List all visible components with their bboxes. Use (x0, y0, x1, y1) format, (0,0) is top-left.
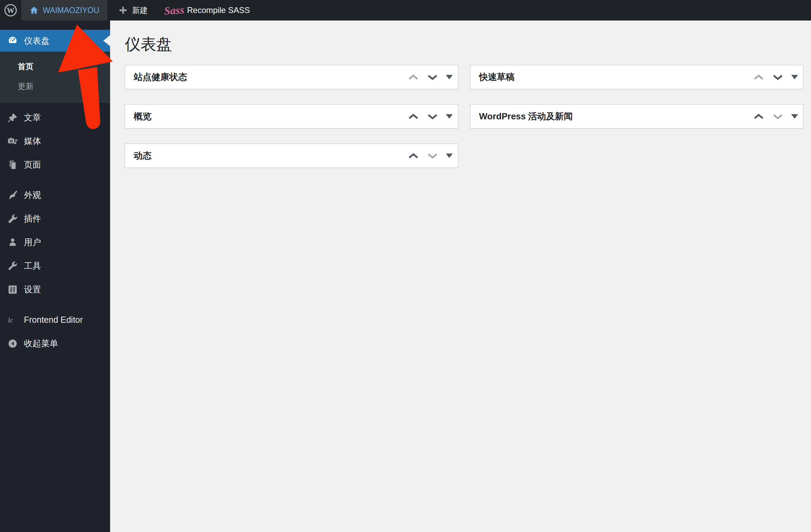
sidebar-item-frontend-editor[interactable]: lc Frontend Editor (0, 308, 110, 332)
triangle-down-icon (446, 154, 453, 158)
pin-icon (8, 112, 18, 123)
widget-activity: 动态 (125, 144, 458, 168)
menu-separator (0, 301, 110, 308)
move-down-button[interactable] (425, 74, 440, 80)
sidebar-item-label: 设置 (24, 284, 41, 295)
widget-title: WordPress 活动及新闻 (479, 110, 751, 122)
widget-site-health: 站点健康状态 (125, 65, 458, 89)
submenu-item-home[interactable]: 首页 (0, 56, 110, 76)
brush-icon (8, 190, 18, 200)
triangle-down-icon (446, 75, 453, 79)
toggle-panel-button[interactable] (789, 75, 800, 80)
sidebar-item-plugins[interactable]: 插件 (0, 207, 110, 230)
new-button-label: 新建 (132, 5, 148, 16)
home-icon (29, 6, 39, 15)
pages-icon (8, 160, 18, 170)
dashboard-content: 仪表盘 站点健康状态 快速草稿 (110, 21, 811, 532)
sidebar-item-dashboard[interactable]: 仪表盘 (0, 30, 110, 52)
sidebar-item-pages[interactable]: 页面 (0, 153, 110, 176)
widget-title: 站点健康状态 (134, 71, 406, 83)
move-up-button[interactable] (406, 114, 421, 120)
move-up-button[interactable] (406, 74, 421, 80)
settings-sliders-icon (8, 284, 18, 295)
sidebar-item-media[interactable]: 媒体 (0, 129, 110, 153)
collapse-arrow-icon (8, 338, 18, 349)
move-up-button[interactable] (406, 153, 421, 159)
plugin-icon (8, 214, 18, 224)
triangle-down-icon (791, 75, 798, 79)
lc-script-icon: lc (8, 315, 18, 325)
sidebar-item-posts[interactable]: 文章 (0, 106, 110, 129)
menu-spacer (0, 103, 110, 106)
toggle-panel-button[interactable] (444, 114, 454, 119)
move-down-button[interactable] (770, 114, 785, 120)
toggle-panel-button[interactable] (444, 75, 454, 80)
site-name-link[interactable]: WAIMAOZIYOU (21, 0, 107, 21)
wrench-icon (8, 261, 18, 271)
widget-title: 快速草稿 (479, 71, 751, 83)
sidebar-item-label: 页面 (24, 159, 41, 170)
sass-logo: Sass (164, 4, 185, 16)
admin-menu: 仪表盘 首页 更新 文章 媒体 (0, 21, 110, 532)
widget-events-news: WordPress 活动及新闻 (470, 104, 803, 129)
toggle-panel-button[interactable] (444, 153, 454, 158)
move-up-button[interactable] (751, 74, 766, 80)
dashboard-gauge-icon (8, 36, 18, 46)
sidebar-item-label: Frontend Editor (24, 315, 83, 325)
media-icon (8, 136, 18, 146)
sidebar-item-label: 收起菜单 (24, 338, 58, 349)
sidebar-item-users[interactable]: 用户 (0, 230, 110, 254)
recompile-sass-button[interactable]: Sass Recompile SASS (158, 0, 256, 21)
triangle-down-icon (791, 114, 798, 119)
sidebar-item-settings[interactable]: 设置 (0, 278, 110, 301)
svg-text:lc: lc (8, 316, 13, 324)
recompile-sass-label: Recompile SASS (187, 5, 250, 15)
submenu-item-updates[interactable]: 更新 (0, 76, 110, 96)
widget-at-a-glance: 概览 (125, 104, 458, 129)
sidebar-item-label: 用户 (24, 237, 41, 248)
widget-title: 概览 (134, 110, 406, 122)
move-up-button[interactable] (751, 114, 766, 120)
dashboard-widgets: 站点健康状态 快速草稿 概览 (125, 65, 811, 168)
page-title: 仪表盘 (125, 34, 811, 54)
widget-title: 动态 (134, 150, 406, 162)
widget-quick-draft: 快速草稿 (470, 65, 803, 89)
sidebar-item-label: 仪表盘 (24, 35, 50, 46)
new-content-button[interactable]: 新建 (112, 0, 154, 21)
menu-separator (0, 176, 110, 183)
sidebar-item-label: 外观 (24, 189, 41, 201)
current-menu-notch (103, 35, 110, 46)
wordpress-logo-icon: W (4, 3, 17, 17)
sidebar-item-label: 媒体 (24, 135, 41, 147)
move-down-button[interactable] (425, 153, 440, 159)
sidebar-item-label: 文章 (24, 112, 41, 123)
sidebar-item-collapse-menu[interactable]: 收起菜单 (0, 332, 110, 355)
user-icon (8, 237, 18, 248)
sidebar-item-tools[interactable]: 工具 (0, 254, 110, 278)
sidebar-item-label: 插件 (24, 213, 41, 224)
plus-icon (118, 5, 128, 15)
move-down-button[interactable] (770, 74, 785, 80)
admin-bar: W WAIMAOZIYOU 新建 Sass Recompile SASS (0, 0, 811, 21)
toggle-panel-button[interactable] (789, 114, 800, 119)
wordpress-logo-letter: W (7, 6, 15, 15)
sidebar-item-appearance[interactable]: 外观 (0, 183, 110, 207)
sidebar-item-label: 工具 (24, 260, 41, 271)
wordpress-logo-menu[interactable]: W (0, 0, 21, 21)
triangle-down-icon (446, 114, 453, 119)
move-down-button[interactable] (425, 114, 440, 120)
dashboard-submenu: 首页 更新 (0, 52, 110, 103)
site-name-label: WAIMAOZIYOU (43, 6, 99, 15)
